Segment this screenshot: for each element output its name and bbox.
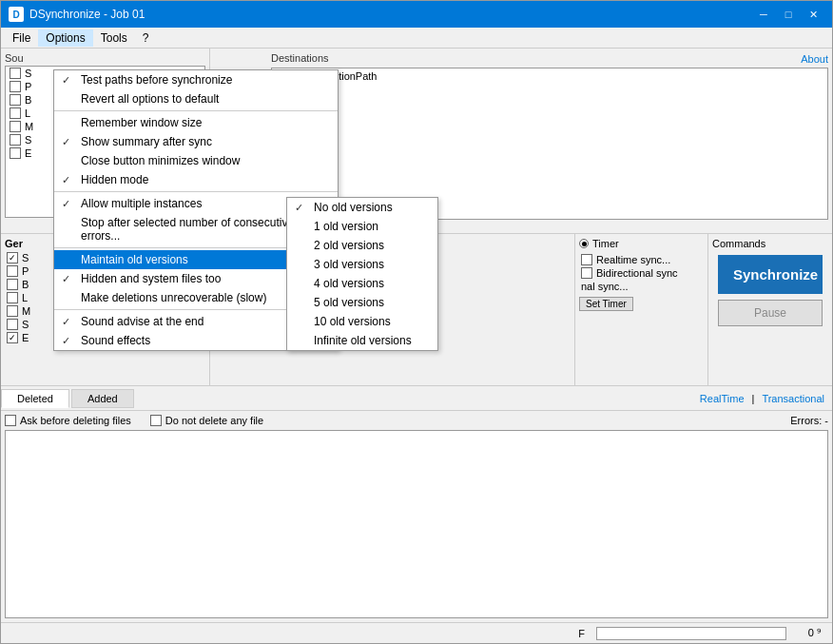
status-bar: F 0 ⁹: [1, 622, 832, 643]
submenu-item-label: 10 old versions: [314, 315, 391, 328]
menu-options[interactable]: Options: [38, 29, 92, 47]
submenu-item-1-old[interactable]: 1 old version: [287, 217, 437, 236]
set-timer-button[interactable]: Set Timer: [579, 297, 633, 311]
list-item[interactable]: F:\DestinationPath: [272, 68, 827, 84]
commands-label: Commands: [712, 238, 765, 249]
pause-button[interactable]: Pause: [718, 300, 823, 326]
submenu-item-label: 4 old versions: [314, 277, 384, 290]
destinations-header: Destinations About: [271, 52, 828, 66]
checkmark-icon: ✓: [295, 202, 308, 214]
log-box: [5, 430, 828, 618]
do-not-delete-label: Do not delete any file: [165, 415, 263, 426]
menu-item-label: Revert all options to default: [81, 92, 219, 106]
menu-item-label: Hidden and system files too: [81, 272, 221, 285]
checkbox[interactable]: [7, 305, 18, 317]
timer-panel: Timer Realtime sync... Bidirectional syn…: [575, 234, 708, 385]
tab-realtime[interactable]: RealTime: [692, 390, 752, 407]
menu-option-show-summary[interactable]: ✓ Show summary after sync: [54, 132, 338, 151]
menu-item-label: Test paths before synchronize: [81, 73, 232, 87]
ask-before-delete-option[interactable]: Ask before deleting files: [5, 415, 131, 426]
checkbox[interactable]: [10, 134, 21, 146]
title-controls: ─ □ ✕: [752, 6, 824, 23]
tab-transactional[interactable]: Transactional: [754, 390, 832, 407]
ask-before-delete-label: Ask before deleting files: [20, 415, 131, 426]
main-area: Sou S P B L M S E JOBS ➡ ➡ FILTER: [1, 49, 832, 643]
checkbox[interactable]: [150, 415, 162, 426]
old-versions-submenu: ✓ No old versions 1 old version 2 old ve…: [286, 197, 438, 351]
menu-option-hidden-mode[interactable]: ✓ Hidden mode: [54, 170, 338, 189]
checkbox[interactable]: ✓: [7, 332, 18, 343]
checkbox[interactable]: [581, 267, 592, 279]
checkbox[interactable]: [10, 68, 21, 79]
checkmark-icon: ✓: [62, 198, 75, 210]
menu-item-label: Remember window size: [81, 116, 202, 129]
menu-option-test-paths[interactable]: ✓ Test paths before synchronize: [54, 70, 338, 89]
menu-item-label: Sound effects: [81, 334, 150, 347]
item-text: M: [25, 121, 33, 132]
close-button[interactable]: ✕: [802, 6, 824, 23]
do-not-delete-option[interactable]: Do not delete any file: [150, 415, 263, 426]
submenu-item-infinite[interactable]: Infinite old versions: [287, 331, 437, 350]
checkbox[interactable]: [5, 415, 16, 426]
checkbox[interactable]: [10, 147, 21, 159]
submenu-item-label: Infinite old versions: [314, 334, 412, 347]
timer-radio[interactable]: [579, 239, 589, 248]
title-bar-left: D DSynchronize - Job 01: [9, 7, 145, 22]
checkbox[interactable]: [7, 279, 18, 290]
menu-separator: [54, 191, 338, 192]
menu-option-remember-window[interactable]: Remember window size: [54, 113, 338, 132]
checkbox[interactable]: [10, 81, 21, 92]
timer-item[interactable]: Realtime sync...: [579, 253, 704, 266]
checkbox[interactable]: ✓: [7, 252, 18, 263]
menu-file[interactable]: File: [5, 29, 38, 47]
checkmark-icon: ✓: [62, 74, 75, 87]
submenu-item-10-old[interactable]: 10 old versions: [287, 312, 437, 331]
menu-tools[interactable]: Tools: [93, 29, 135, 47]
menu-item-label: Maintain old versions: [81, 253, 188, 266]
checkmark-icon: ✓: [62, 174, 75, 186]
submenu-item-label: 5 old versions: [314, 296, 384, 309]
timer-item: nal sync...: [579, 280, 704, 293]
checkbox[interactable]: [581, 254, 592, 265]
main-window: D DSynchronize - Job 01 ─ □ ✕ File Optio…: [0, 0, 833, 644]
submenu-item-3-old[interactable]: 3 old versions: [287, 255, 437, 274]
errors-label: Errors: -: [790, 415, 828, 426]
menu-item-label: Show summary after sync: [81, 135, 212, 148]
about-link[interactable]: About: [801, 53, 828, 65]
submenu-item-label: 2 old versions: [314, 239, 384, 252]
checkmark-icon: ✓: [62, 136, 75, 148]
title-bar: D DSynchronize - Job 01 ─ □ ✕: [1, 1, 832, 28]
checkbox[interactable]: [7, 292, 18, 303]
checkbox[interactable]: [10, 121, 21, 132]
submenu-item-5-old[interactable]: 5 old versions: [287, 293, 437, 312]
checkmark-icon: ✓: [62, 335, 75, 347]
menu-item-label: Close button minimizes window: [81, 154, 240, 167]
tab-added[interactable]: Added: [71, 389, 134, 408]
submenu-item-4-old[interactable]: 4 old versions: [287, 274, 437, 293]
tab-deleted[interactable]: Deleted: [1, 389, 69, 408]
timer-extra: nal sync...: [581, 281, 629, 292]
destinations-label: Destinations: [271, 52, 329, 64]
submenu-item-2-old[interactable]: 2 old versions: [287, 236, 437, 255]
timer-text: Realtime sync...: [596, 254, 670, 265]
menu-option-revert[interactable]: Revert all options to default: [54, 89, 338, 108]
log-area: Ask before deleting files Do not delete …: [1, 411, 832, 622]
maximize-button[interactable]: □: [777, 6, 800, 23]
menu-option-close-minimizes[interactable]: Close button minimizes window: [54, 151, 338, 170]
app-icon: D: [9, 7, 24, 22]
source-label: Sou: [5, 52, 205, 64]
synchronize-button[interactable]: Synchronize: [718, 255, 823, 294]
status-right: 0 ⁹: [790, 627, 828, 639]
checkbox[interactable]: [10, 107, 21, 119]
minimize-button[interactable]: ─: [752, 6, 775, 23]
submenu-item-no-old[interactable]: ✓ No old versions: [287, 198, 437, 217]
timer-item[interactable]: Bidirectional sync: [579, 266, 704, 280]
checkmark-icon: ✓: [62, 273, 75, 285]
item-text: S: [25, 68, 31, 79]
menu-item-label: Allow multiple instances: [81, 197, 202, 210]
checkbox[interactable]: [7, 265, 18, 277]
menu-help[interactable]: ?: [135, 29, 157, 47]
checkbox[interactable]: [10, 94, 21, 106]
status-mid: F: [571, 628, 592, 639]
checkbox[interactable]: [7, 319, 18, 330]
